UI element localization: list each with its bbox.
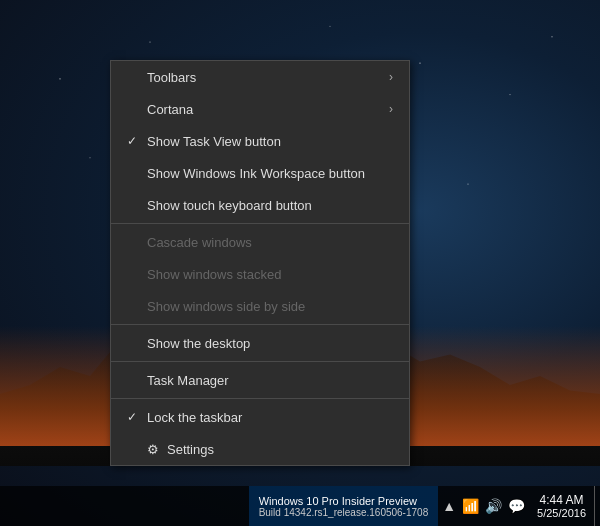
menu-label-lock-taskbar: Lock the taskbar [147, 410, 393, 425]
volume-icon[interactable]: 🔊 [485, 498, 502, 514]
menu-label-touch-keyboard: Show touch keyboard button [147, 198, 393, 213]
menu-separator [111, 324, 409, 325]
show-desktop-button[interactable] [594, 486, 600, 526]
menu-label-settings: ⚙Settings [147, 442, 393, 457]
menu-label-windows-stacked: Show windows stacked [147, 267, 393, 282]
menu-label-cortana: Cortana [147, 102, 389, 117]
desktop-background: winaero.com Toolbars›Cortana›✓Show Task … [0, 0, 600, 526]
menu-label-windows-side: Show windows side by side [147, 299, 393, 314]
menu-item-lock-taskbar[interactable]: ✓Lock the taskbar [111, 401, 409, 433]
menu-item-show-desktop[interactable]: Show the desktop [111, 327, 409, 359]
menu-item-toolbars[interactable]: Toolbars› [111, 61, 409, 93]
menu-item-task-manager[interactable]: Task Manager [111, 364, 409, 396]
menu-separator [111, 361, 409, 362]
taskbar-right: Windows 10 Pro Insider Preview Build 143… [249, 486, 600, 526]
context-menu: Toolbars›Cortana›✓Show Task View buttonS… [110, 60, 410, 466]
menu-item-cortana[interactable]: Cortana› [111, 93, 409, 125]
clock-time: 4:44 AM [540, 493, 584, 507]
menu-item-touch-keyboard[interactable]: Show touch keyboard button [111, 189, 409, 221]
chevron-up-icon[interactable]: ▲ [442, 498, 456, 514]
menu-item-windows-side: Show windows side by side [111, 290, 409, 322]
menu-item-task-view[interactable]: ✓Show Task View button [111, 125, 409, 157]
arrow-icon: › [389, 70, 393, 84]
menu-item-cascade-windows: Cascade windows [111, 226, 409, 258]
menu-item-settings[interactable]: ⚙Settings [111, 433, 409, 465]
taskbar-system-icons: ▲ 📶 🔊 💬 [438, 498, 529, 514]
message-icon[interactable]: 💬 [508, 498, 525, 514]
menu-label-task-manager: Task Manager [147, 373, 393, 388]
menu-separator [111, 398, 409, 399]
gear-icon: ⚙ [147, 442, 159, 457]
menu-label-ink-workspace: Show Windows Ink Workspace button [147, 166, 393, 181]
taskbar-clock[interactable]: 4:44 AM 5/25/2016 [529, 486, 594, 526]
menu-label-task-view: Show Task View button [147, 134, 393, 149]
menu-label-cascade-windows: Cascade windows [147, 235, 393, 250]
menu-label-toolbars: Toolbars [147, 70, 389, 85]
menu-label-show-desktop: Show the desktop [147, 336, 393, 351]
network-icon[interactable]: 📶 [462, 498, 479, 514]
menu-item-windows-stacked: Show windows stacked [111, 258, 409, 290]
notification-build: Build 14342.rs1_release.160506-1708 [259, 507, 429, 518]
menu-separator [111, 223, 409, 224]
clock-date: 5/25/2016 [537, 507, 586, 519]
menu-item-ink-workspace[interactable]: Show Windows Ink Workspace button [111, 157, 409, 189]
taskbar-notification: Windows 10 Pro Insider Preview Build 143… [249, 486, 439, 526]
menu-checkmark-task-view: ✓ [127, 134, 147, 148]
menu-checkmark-lock-taskbar: ✓ [127, 410, 147, 424]
arrow-icon: › [389, 102, 393, 116]
notification-title: Windows 10 Pro Insider Preview [259, 495, 417, 507]
taskbar: Windows 10 Pro Insider Preview Build 143… [0, 486, 600, 526]
